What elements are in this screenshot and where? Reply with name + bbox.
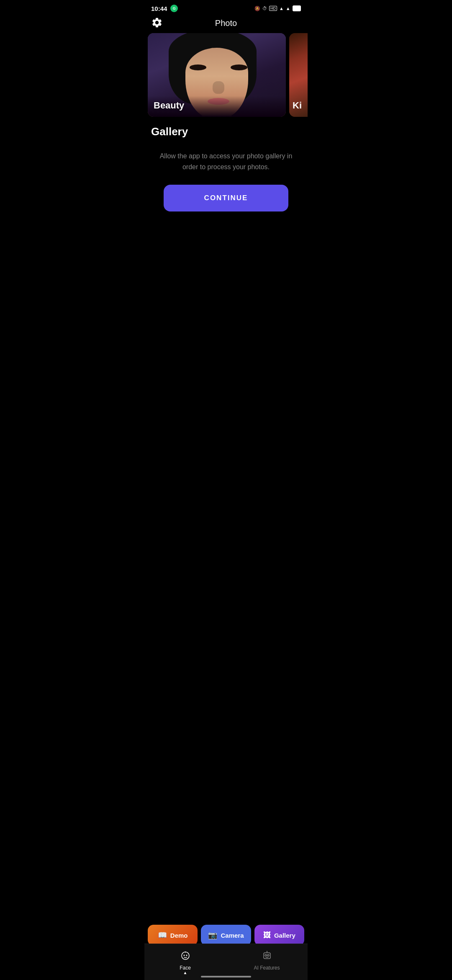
carousel-item-beauty[interactable]: Beauty: [148, 33, 286, 117]
battery-icon: 75: [293, 5, 301, 11]
carousel-item-ki[interactable]: Ki: [289, 33, 308, 117]
carousel-label-beauty: Beauty: [154, 100, 184, 111]
status-time: 10:44: [151, 5, 167, 12]
signal-icon: ▲: [279, 6, 284, 11]
gallery-title: Gallery: [151, 125, 301, 138]
status-bar: 10:44 G 🔕 ⏱ HD ▲ ▲ 75: [144, 0, 308, 15]
continue-button[interactable]: CONTINUE: [164, 185, 288, 211]
mute-icon: 🔕: [254, 6, 260, 11]
gallery-section: Gallery Allow the app to access your pho…: [144, 117, 308, 211]
carousel-label-ki: Ki: [293, 100, 302, 111]
settings-icon[interactable]: [151, 17, 163, 30]
clock-icon: ⏱: [262, 6, 267, 11]
hd-badge: HD: [269, 6, 277, 11]
wifi-icon: ▲: [286, 6, 290, 11]
style-carousel: Beauty Ki: [144, 33, 308, 117]
grammarly-icon: G: [170, 5, 178, 12]
page-title: Photo: [215, 18, 237, 28]
app-header: Photo: [144, 15, 308, 33]
status-icons: 🔕 ⏱ HD ▲ ▲ 75: [254, 5, 301, 11]
gallery-permission-text: Allow the app to access your photo galle…: [151, 151, 301, 172]
